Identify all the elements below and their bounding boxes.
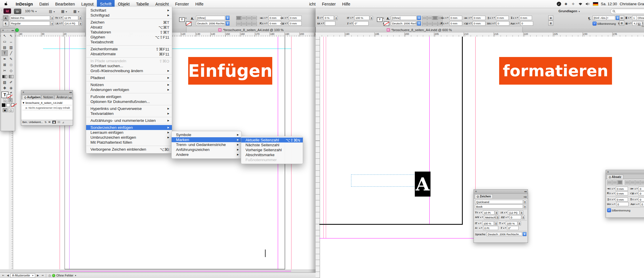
align-button[interactable]	[241, 22, 246, 26]
apple-menu[interactable]	[0, 2, 13, 6]
menu-item-notizen[interactable]: Notizen▶	[86, 82, 172, 87]
align-button[interactable]	[241, 16, 246, 20]
drop-cap-lines-field[interactable]: 0	[497, 21, 509, 26]
apply-none-button[interactable]	[11, 103, 14, 106]
stroke-flyout[interactable]: ▸	[186, 22, 187, 25]
align-button[interactable]	[252, 22, 257, 26]
preflight-menu-arrow[interactable]: ▼	[74, 275, 77, 277]
kerning-field[interactable]: Metrisch	[484, 215, 496, 219]
span-dropdown[interactable]: Ohne	[636, 16, 644, 20]
menu-item-glyphen[interactable]: Glyphen⌥⇧F11	[86, 35, 172, 40]
align-button[interactable]	[252, 16, 257, 20]
font-size-stepper[interactable]: ▲▼	[79, 16, 82, 20]
menubar-item-fenster[interactable]: Fenster	[319, 0, 339, 8]
dropbox-icon[interactable]: ❖	[564, 2, 568, 6]
previous-page-button[interactable]: ◀	[6, 274, 10, 277]
align-button[interactable]	[625, 180, 630, 185]
menu-item-nächste-seitenzahl[interactable]: Nächste Seitenzahl	[241, 142, 303, 147]
paragraph-formatting-button[interactable]: ¶	[3, 21, 8, 26]
menu-item-pfadtext[interactable]: Pfadtext▶	[86, 75, 172, 80]
menu-item-abschnittsmarke[interactable]: Abschnittsmarke	[241, 152, 303, 157]
text-fill-swatch[interactable]: T	[377, 17, 383, 22]
char-style-dropdown[interactable]: [Ohne]	[196, 16, 225, 20]
workspace-switcher[interactable]: Grundlagen ▼	[558, 9, 580, 13]
last-line-indent-field[interactable]: 0 mm	[289, 21, 302, 26]
menubar-item-hilfe[interactable]: Hilfe	[192, 0, 207, 8]
paragraph-style-dropdown[interactable]: [Einf. Abs.]+	[593, 16, 615, 20]
scissors-tool[interactable]: ✂	[1, 68, 8, 74]
right-indent-field[interactable]: 0 mm	[473, 16, 485, 20]
language-stepper[interactable]: ▲▼	[523, 232, 526, 236]
close-icon[interactable]: ✕	[2, 29, 4, 32]
leading-stepper[interactable]: ▲▼	[79, 22, 82, 26]
collapse-icon[interactable]: ◂◂	[524, 190, 526, 193]
zoom-window-button[interactable]	[15, 28, 19, 32]
menubar-user[interactable]: Christiane Gra	[620, 2, 644, 6]
hand-tool[interactable]: ✥	[1, 85, 8, 91]
content-placer-tool[interactable]: ▥	[8, 44, 14, 50]
tab-absatz[interactable]: ◇ Absatz	[607, 175, 623, 179]
formatting-affects-container-button[interactable]: ▢	[3, 98, 8, 102]
vscale-stepper[interactable]: ▲▼	[494, 221, 497, 225]
left-indent-field[interactable]: 0 mm	[449, 16, 462, 20]
hyphenation-checkbox[interactable]: ✓	[607, 208, 611, 212]
close-icon[interactable]: ✕	[475, 190, 477, 193]
leading-field[interactable]: (12 Pt)	[508, 211, 520, 215]
right-indent-field[interactable]: 0	[638, 187, 644, 191]
percent-stepper[interactable]: ▲▼	[335, 16, 337, 20]
menu-item-textabschnitt[interactable]: Textabschnitt	[86, 40, 172, 44]
wifi-icon[interactable]	[578, 2, 583, 6]
menubar-item-datei[interactable]: Datei	[36, 0, 52, 8]
align-button[interactable]	[635, 180, 640, 185]
headline-frame[interactable]: formatieren	[499, 57, 612, 85]
font-family-field[interactable]: Quicksand	[475, 200, 523, 204]
size-stepper[interactable]: ▲▼	[495, 211, 498, 215]
page-number-glyph-frame[interactable]: A	[415, 172, 430, 197]
first-line-indent-field[interactable]: 0 mm	[268, 21, 281, 26]
char-style-dropdown[interactable]: [Ohne]	[391, 16, 417, 20]
align-button[interactable]	[422, 16, 427, 20]
bleed-guide-bottom[interactable]	[319, 238, 482, 238]
font-family-stepper[interactable]: ▲▼	[51, 16, 54, 20]
character-formatting-button[interactable]: A	[3, 15, 8, 21]
type-tool[interactable]: T	[1, 50, 8, 56]
menu-item-umbruchzeichen-einfügen[interactable]: Umbruchzeichen einfügen▶	[86, 135, 172, 140]
assignment-doc-row[interactable]: ▼ broschuere_8_seiten_A4.indd	[22, 101, 72, 105]
menu-item-aufzählungs-und-nummerierte-listen[interactable]: Aufzählungs- und nummerierte Listen▶	[86, 118, 172, 123]
next-page-button[interactable]: ▶	[36, 274, 40, 277]
menu-item-absatz[interactable]: Absatz⌥⌘T	[86, 25, 172, 30]
menu-item-absatzformate[interactable]: Absatzformate⌘F11	[86, 51, 172, 56]
font-family-field[interactable]: Minion Pro	[10, 16, 50, 20]
document-tab[interactable]: Id *broschuere_8_seiten_A4.indd @ 100 %	[186, 27, 316, 33]
panel-menu-icon[interactable]: ▾≣	[69, 97, 73, 99]
pencil-tool[interactable]: ✎	[8, 56, 14, 62]
tab-änderun[interactable]: Änderun	[54, 95, 68, 99]
security-status-icon[interactable]: ✓	[557, 2, 561, 6]
align-button[interactable]	[247, 22, 252, 26]
rectangle-tool[interactable]: □	[8, 62, 14, 68]
menu-item-trenn-und-gedankenstriche[interactable]: Trenn- und Gedankenstriche▶	[172, 142, 241, 147]
font-stepper[interactable]: ▲▼	[524, 200, 526, 204]
last-line-indent-field[interactable]: 0 mm	[473, 21, 485, 26]
hyphenation-checkbox[interactable]: ✓	[593, 22, 597, 26]
delete-icon[interactable]: ⌧	[58, 121, 61, 124]
page-canvas[interactable]: formatieren A ✕◂◂ ◇ Zeichen ▾≣ Quicksand…	[316, 37, 644, 278]
gap-tool[interactable]: ↔	[8, 39, 14, 44]
close-icon[interactable]: ✕	[22, 91, 24, 94]
left-indent-field[interactable]: 0 mm	[616, 187, 628, 191]
new-assignment-icon[interactable]: ▣	[52, 121, 56, 124]
language-dropdown[interactable]: Deutsch: 2006 Rechts...	[196, 21, 225, 26]
bleed-guide-bottom[interactable]	[60, 271, 291, 271]
language-dropdown[interactable]: Deutsch: 2006 Rechtschr...	[487, 232, 522, 236]
collapse-icon[interactable]: ◂◂	[69, 91, 72, 94]
tracking-stepper[interactable]: ▲▼	[522, 215, 525, 219]
gradient-swatch-tool[interactable]	[1, 74, 8, 79]
arrange-documents-dropdown[interactable]: ▩ ▼	[73, 9, 80, 13]
apply-gradient-button[interactable]	[6, 103, 10, 107]
last-page-button[interactable]: ⇥	[41, 274, 44, 277]
stroke-swatch[interactable]	[7, 95, 11, 98]
resize-grip[interactable]: ◢	[62, 121, 64, 124]
update-assignment-icon[interactable]: ↻	[45, 121, 47, 124]
space-after-field[interactable]: 0 mm	[519, 16, 532, 20]
left-indent-field[interactable]: 0 mm	[268, 16, 281, 20]
